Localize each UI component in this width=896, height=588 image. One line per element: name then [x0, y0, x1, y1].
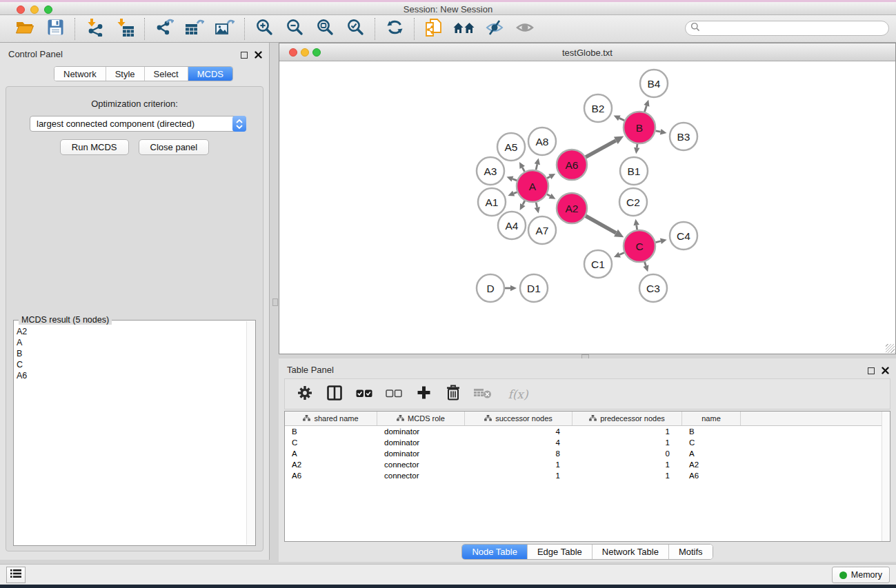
first-neighbors-button[interactable] — [453, 19, 475, 39]
table-settings-button[interactable] — [296, 385, 314, 403]
graph-edge-B-B4[interactable] — [644, 105, 646, 112]
table-cell[interactable]: A — [682, 449, 741, 458]
table-cell[interactable]: 1 — [573, 438, 682, 447]
panel-toggle-button[interactable] — [6, 567, 26, 583]
table-cell[interactable]: dominator — [377, 438, 465, 447]
column-header-name[interactable]: name — [682, 412, 741, 425]
tab-edge-table[interactable]: Edge Table — [528, 545, 593, 559]
network-canvas[interactable]: AA1A3A5A8A4A7A6A2BB2B4B3B1CC2C4C1C3DD1 — [279, 61, 895, 354]
result-scrollbar[interactable] — [246, 321, 255, 545]
resize-grip-icon[interactable] — [886, 344, 895, 353]
table-cell[interactable]: A2 — [285, 460, 377, 469]
table-cell[interactable]: A6 — [682, 472, 741, 480]
close-panel-icon[interactable] — [882, 365, 889, 377]
table-row[interactable]: Adominator80A — [285, 448, 890, 459]
search-field[interactable] — [685, 21, 889, 36]
tab-network-table[interactable]: Network Table — [593, 545, 669, 559]
graph-edge-A6-B[interactable] — [586, 141, 616, 157]
show-columns-button[interactable] — [326, 385, 344, 403]
function-builder-button[interactable]: f(x) — [504, 385, 532, 403]
graph-edge-A-A5[interactable] — [522, 168, 524, 172]
table-row[interactable]: A6connector11A6 — [285, 470, 890, 481]
table-scrollbar[interactable] — [882, 412, 890, 541]
graph-edge-A-A7[interactable] — [536, 202, 537, 207]
tab-motifs[interactable]: Motifs — [669, 545, 713, 559]
save-session-button[interactable] — [44, 19, 66, 39]
network-window-titlebar[interactable]: testGlobe.txt — [279, 43, 895, 61]
graph-edge-C-C2[interactable] — [637, 225, 637, 230]
zoom-selected-button[interactable] — [344, 19, 366, 39]
tab-node-table[interactable]: Node Table — [462, 545, 528, 559]
open-session-button[interactable] — [14, 19, 36, 39]
table-cell[interactable]: A — [285, 449, 377, 458]
zoom-out-button[interactable] — [283, 19, 306, 39]
table-cell[interactable]: C — [682, 438, 741, 447]
export-network-button[interactable] — [153, 19, 175, 39]
table-cell[interactable]: dominator — [377, 449, 465, 458]
column-header-predecessor-nodes[interactable]: predecessor nodes — [573, 412, 682, 425]
export-image-button[interactable] — [214, 19, 236, 39]
criterion-select[interactable]: largest connected component (directed) — [30, 116, 246, 132]
graph-edge-B-B1[interactable] — [637, 144, 637, 148]
graph-edge-B-B2[interactable] — [619, 118, 624, 120]
select-all-button[interactable] — [355, 385, 373, 403]
split-handle[interactable] — [272, 298, 278, 306]
table-cell[interactable]: B — [285, 427, 377, 436]
table-cell[interactable]: C — [285, 438, 377, 447]
graph-edge-C-C1[interactable] — [619, 253, 624, 255]
graph-edge-A-A8[interactable] — [536, 164, 537, 170]
table-cell[interactable]: 1 — [573, 460, 682, 469]
table-cell[interactable]: dominator — [377, 427, 465, 436]
graph-edge-A-A1[interactable] — [514, 192, 517, 194]
add-row-button[interactable] — [415, 385, 432, 403]
tab-style[interactable]: Style — [106, 67, 145, 81]
column-header-MCDS-role[interactable]: MCDS role — [377, 412, 465, 425]
table-cell[interactable]: connector — [377, 472, 465, 480]
clone-network-button[interactable] — [423, 19, 445, 39]
table-cell[interactable]: A2 — [682, 460, 741, 469]
graph-edge-A-A6[interactable] — [547, 176, 550, 178]
tab-network[interactable]: Network — [54, 67, 106, 81]
close-panel-button[interactable]: Close panel — [139, 139, 210, 155]
import-network-button[interactable] — [83, 19, 106, 39]
graph-edge-A2-C[interactable] — [586, 216, 616, 233]
table-cell[interactable]: 1 — [573, 427, 682, 436]
graph-edge-A-A3[interactable] — [512, 179, 517, 181]
table-row[interactable]: A2connector11A2 — [285, 459, 890, 470]
run-mcds-button[interactable]: Run MCDS — [60, 139, 129, 155]
table-cell[interactable]: B — [682, 427, 741, 436]
refresh-button[interactable] — [384, 19, 406, 39]
table-cell[interactable]: 8 — [465, 449, 573, 458]
graph-edge-A-A4[interactable] — [523, 201, 525, 205]
table-cell[interactable]: 1 — [573, 472, 682, 480]
close-panel-icon[interactable] — [255, 49, 262, 61]
graph-edge-C-C3[interactable] — [644, 262, 646, 266]
deselect-all-button[interactable] — [385, 385, 403, 403]
show-all-button[interactable] — [514, 19, 536, 39]
export-table-button[interactable] — [183, 19, 206, 39]
zoom-fit-button[interactable] — [314, 19, 336, 39]
column-header-successor-nodes[interactable]: successor nodes — [465, 412, 573, 425]
graph-edge-A-A2[interactable] — [547, 194, 550, 196]
table-cell[interactable]: 4 — [465, 427, 573, 436]
table-cell[interactable]: A6 — [285, 472, 377, 480]
table-cell[interactable]: 0 — [573, 449, 682, 458]
table-row[interactable]: Bdominator41B — [285, 426, 890, 437]
delete-table-button[interactable] — [474, 385, 492, 403]
table-row[interactable]: Cdominator41C — [285, 437, 890, 448]
zoom-in-button[interactable] — [253, 19, 275, 39]
table-cell[interactable]: 1 — [465, 460, 573, 469]
tab-mcds[interactable]: MCDS — [188, 67, 232, 81]
column-header-shared-name[interactable]: shared name — [285, 412, 377, 425]
import-table-button[interactable] — [114, 19, 136, 39]
tab-select[interactable]: Select — [145, 67, 188, 81]
delete-row-button[interactable] — [444, 385, 462, 403]
graph-edge-B-B3[interactable] — [656, 131, 661, 132]
table-cell[interactable]: 4 — [465, 438, 573, 447]
table-cell[interactable]: 1 — [465, 472, 573, 480]
table-cell[interactable]: connector — [377, 460, 465, 469]
float-panel-icon[interactable] — [241, 52, 248, 59]
float-panel-icon[interactable] — [868, 367, 875, 374]
hide-selected-button[interactable] — [484, 19, 506, 39]
memory-button[interactable]: Memory — [832, 567, 890, 583]
